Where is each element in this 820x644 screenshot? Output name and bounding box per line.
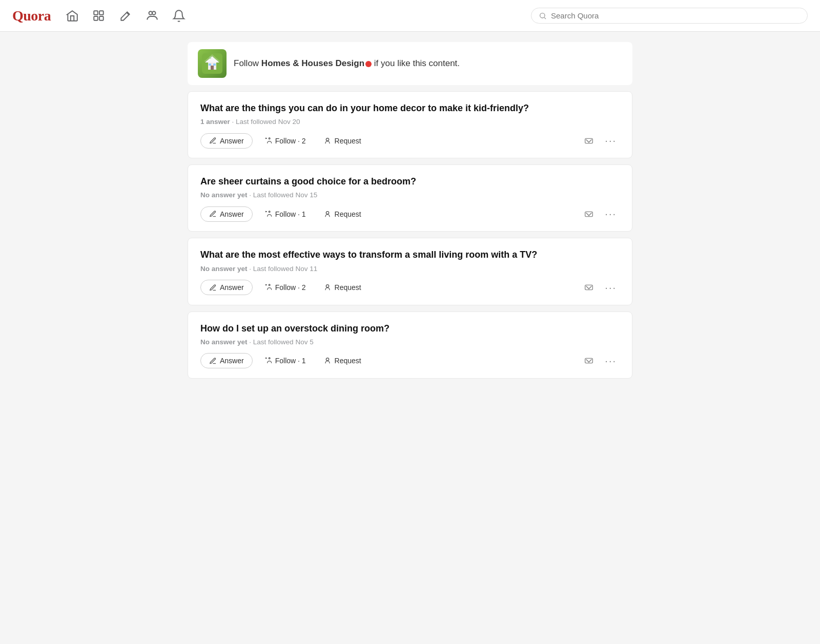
question-actions: Answer Follow · 1 Request ··· (200, 206, 620, 222)
question-card: How do I set up an overstock dining room… (188, 311, 632, 379)
notifications-icon[interactable] (172, 9, 186, 23)
more-options-button[interactable]: ··· (602, 206, 620, 222)
follow-icon (264, 357, 272, 365)
svg-rect-1 (94, 16, 98, 20)
question-meta: No answer yet · Last followed Nov 15 (200, 191, 620, 199)
svg-point-6 (540, 13, 545, 17)
spaces-icon[interactable] (145, 9, 159, 23)
more-dots: ··· (605, 135, 617, 147)
downvote-button[interactable] (581, 353, 597, 368)
follow-label: Follow · 1 (275, 210, 306, 218)
more-options-button[interactable]: ··· (602, 353, 620, 369)
meta-separator: · (232, 118, 236, 126)
svg-point-21 (269, 284, 270, 286)
svg-rect-3 (99, 16, 104, 20)
follow-icon (264, 137, 272, 145)
answer-count: 1 answer (200, 118, 230, 126)
home-icon[interactable] (65, 9, 79, 23)
svg-rect-0 (94, 11, 98, 15)
quora-logo[interactable]: Quora (12, 8, 51, 24)
downvote-icon (583, 135, 594, 147)
svg-rect-11 (209, 64, 211, 66)
pencil-icon (209, 284, 217, 292)
svg-point-24 (269, 358, 270, 359)
request-button[interactable]: Request (317, 134, 367, 148)
request-label: Request (335, 137, 361, 145)
question-meta: No answer yet · Last followed Nov 11 (200, 265, 620, 273)
request-label: Request (335, 210, 361, 218)
svg-point-15 (269, 138, 270, 139)
question-title[interactable]: What are the things you can do in your h… (200, 102, 620, 115)
search-container (531, 8, 808, 24)
last-followed: Last followed Nov 5 (253, 338, 314, 346)
more-dots: ··· (605, 208, 617, 220)
live-dot (365, 61, 372, 67)
question-title[interactable]: How do I set up an overstock dining room… (200, 322, 620, 335)
answer-label: Answer (220, 357, 244, 365)
question-title[interactable]: Are sheer curtains a good choice for a b… (200, 175, 620, 188)
downvote-icon (583, 355, 594, 366)
pencil-icon (209, 357, 217, 365)
follow-label: Follow · 2 (275, 283, 306, 292)
meta-separator: · (249, 265, 253, 273)
space-name[interactable]: Homes & Houses Design (261, 58, 364, 68)
svg-point-18 (269, 211, 270, 213)
last-followed: Last followed Nov 11 (253, 265, 317, 273)
svg-rect-10 (211, 66, 214, 70)
follow-button[interactable]: Follow · 2 (258, 280, 312, 295)
more-options-button[interactable]: ··· (602, 280, 620, 296)
question-actions: Answer Follow · 2 Request ··· (200, 133, 620, 149)
space-avatar-image (202, 53, 222, 74)
follow-banner-text: Follow Homes & Houses Design if you like… (234, 57, 460, 70)
last-followed: Last followed Nov 15 (253, 191, 317, 199)
question-card: What are the things you can do in your h… (188, 91, 632, 158)
downvote-button[interactable] (581, 133, 597, 149)
downvote-icon (583, 209, 594, 220)
request-icon (323, 210, 332, 218)
follow-button[interactable]: Follow · 2 (258, 134, 312, 148)
follow-button[interactable]: Follow · 1 (258, 354, 312, 368)
request-button[interactable]: Request (317, 207, 367, 221)
follow-icon (264, 283, 272, 292)
answer-label: Answer (220, 283, 244, 292)
downvote-button[interactable] (581, 206, 597, 222)
answer-label: Answer (220, 137, 244, 145)
pencil-icon (209, 137, 217, 144)
main-content: Follow Homes & Houses Design if you like… (179, 32, 641, 395)
downvote-icon (583, 282, 594, 293)
follow-banner: Follow Homes & Houses Design if you like… (188, 42, 632, 85)
svg-rect-12 (213, 64, 216, 66)
navbar: Quora (0, 0, 820, 32)
request-icon (323, 283, 332, 292)
feed-icon[interactable] (92, 9, 106, 23)
question-title[interactable]: What are the most effective ways to tran… (200, 248, 620, 261)
request-button[interactable]: Request (317, 354, 367, 368)
answer-button[interactable]: Answer (200, 353, 253, 368)
question-meta: No answer yet · Last followed Nov 5 (200, 338, 620, 346)
space-avatar[interactable] (198, 49, 227, 78)
last-followed: Last followed Nov 20 (236, 118, 300, 126)
more-dots: ··· (605, 355, 617, 367)
svg-point-5 (152, 11, 156, 14)
answer-count: No answer yet (200, 338, 248, 346)
answer-label: Answer (220, 210, 244, 218)
request-icon (323, 357, 332, 365)
search-input[interactable] (551, 11, 800, 20)
answer-button[interactable]: Answer (200, 206, 253, 222)
request-icon (323, 137, 332, 145)
request-button[interactable]: Request (317, 280, 367, 295)
pencil-icon (209, 210, 217, 218)
question-card: What are the most effective ways to tran… (188, 238, 632, 305)
answer-count: No answer yet (200, 265, 248, 273)
request-label: Request (335, 357, 361, 365)
answer-button[interactable]: Answer (200, 280, 253, 295)
answer-button[interactable]: Answer (200, 133, 253, 149)
downvote-button[interactable] (581, 280, 597, 295)
answer-count: No answer yet (200, 191, 248, 199)
create-icon[interactable] (118, 9, 133, 23)
follow-icon (264, 210, 272, 218)
more-options-button[interactable]: ··· (602, 133, 620, 149)
search-wrapper (531, 8, 808, 24)
request-label: Request (335, 283, 361, 292)
follow-button[interactable]: Follow · 1 (258, 207, 312, 221)
